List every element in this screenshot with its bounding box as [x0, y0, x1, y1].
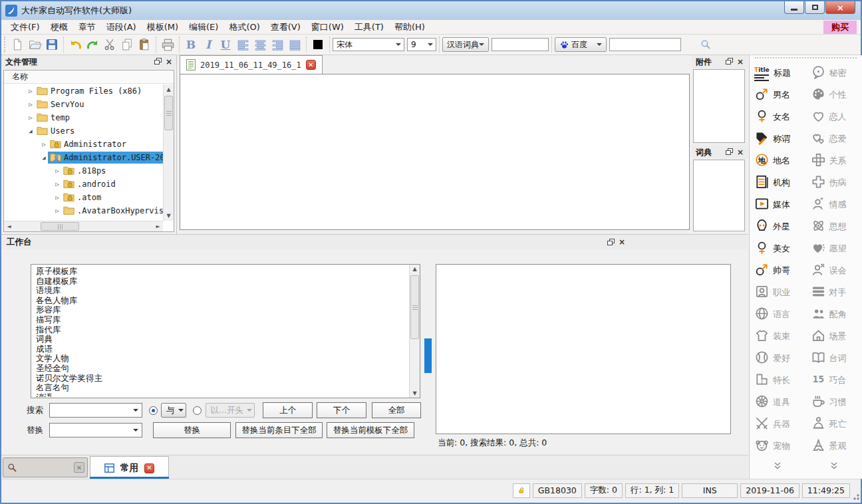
replace-button[interactable]: 替换	[153, 422, 231, 438]
copy-button[interactable]	[118, 36, 136, 53]
tree-item[interactable]: ▷Administrator	[4, 138, 163, 151]
library-list-item[interactable]: 语境库	[36, 286, 408, 296]
expand-icon[interactable]: ▷	[40, 141, 48, 148]
expand-icon[interactable]: ▷	[53, 207, 61, 214]
tree-item-body[interactable]: Administrator.USER-2019051	[48, 152, 163, 164]
element-button-play[interactable]: 媒体	[750, 193, 806, 215]
library-scrollbar[interactable]: ▲ ▼	[409, 265, 420, 398]
expand-icon[interactable]: ▷	[27, 88, 35, 94]
library-list-item[interactable]: 原子模板库	[36, 267, 408, 277]
element-button-female[interactable]: 美女	[750, 237, 806, 259]
element-button-male[interactable]: 男名	[750, 84, 806, 106]
tree-column-header[interactable]: 名称	[4, 70, 174, 84]
element-button-bell[interactable]: 死亡	[806, 413, 862, 435]
match-mode-radio[interactable]	[149, 406, 158, 415]
scroll-up-icon[interactable]: ▲	[164, 84, 174, 94]
library-list-item[interactable]: 诺贝尔文学奖得主	[36, 374, 408, 384]
starts-mode-select[interactable]: 以...开头	[206, 403, 255, 418]
close-tab-button[interactable]: ✕	[144, 463, 154, 473]
font-size-select[interactable]: 9	[407, 38, 436, 51]
dictionary-engine-select[interactable]: 汉语词典	[442, 37, 489, 52]
library-list-item[interactable]: 自建模板库	[36, 277, 408, 287]
menu-item-window[interactable]: 窗口(W)	[306, 20, 349, 35]
all-button[interactable]: 全部	[372, 402, 421, 418]
dictionary-query-input[interactable]	[492, 38, 549, 51]
save-button[interactable]	[43, 36, 61, 53]
expand-icon[interactable]: ▷	[53, 194, 61, 201]
menu-item-view[interactable]: 查看(V)	[265, 20, 306, 35]
minimize-button[interactable]	[784, 1, 804, 14]
close-button[interactable]: ×	[825, 1, 855, 14]
tree-item-body[interactable]: Users	[35, 125, 163, 137]
search-input[interactable]	[50, 404, 133, 416]
element-button-alien[interactable]: 外星	[750, 215, 806, 237]
element-button-tag[interactable]: 称谓	[750, 128, 806, 150]
scrollbar-thumb[interactable]	[164, 96, 173, 130]
tree-item[interactable]: ▷Program Files (x86)	[4, 84, 163, 98]
menu-item-help[interactable]: 帮助(H)	[389, 20, 430, 35]
element-button-swords[interactable]: 兵器	[750, 413, 806, 435]
lock-status-cell[interactable]	[513, 483, 530, 498]
tree-item[interactable]: ▷.818ps	[4, 164, 163, 178]
web-search-button[interactable]	[700, 39, 712, 51]
scroll-down-indicator[interactable]	[806, 462, 862, 469]
replace-input[interactable]	[50, 424, 133, 436]
element-button-book[interactable]: 台词	[806, 347, 862, 369]
close-panel-button[interactable]: ×	[619, 239, 625, 245]
expand-icon[interactable]: ▷	[53, 168, 61, 174]
font-family-select[interactable]: 宋体	[333, 38, 404, 51]
tree-horizontal-scrollbar[interactable]: ◄ ►	[4, 221, 163, 231]
tree-item[interactable]: ▷ServYou	[4, 98, 163, 111]
scroll-right-icon[interactable]: ►	[153, 221, 163, 231]
menu-item-template[interactable]: 模板(M)	[142, 20, 184, 35]
bold-button[interactable]: B	[182, 36, 200, 53]
element-button-person-badge[interactable]: 职业	[750, 281, 806, 303]
tree-item[interactable]: ◢Administrator.USER-2019051	[4, 151, 163, 164]
element-button-female[interactable]: 女名	[750, 106, 806, 128]
tree-item-body[interactable]: Administrator	[48, 138, 163, 150]
library-list-item[interactable]: 文学人物	[36, 354, 408, 364]
title-bar[interactable]: 大作家自动写作软件(大师版) ×	[1, 1, 861, 20]
buy-button[interactable]: 购买	[823, 21, 857, 34]
scroll-down-icon[interactable]: ▼	[164, 211, 174, 221]
web-search-engine-select[interactable]: 百度	[555, 37, 607, 52]
scroll-down-icon[interactable]: ▼	[410, 390, 420, 396]
attachments-list[interactable]	[693, 69, 745, 143]
tree-item-body[interactable]: temp	[35, 112, 163, 124]
cut-button[interactable]	[101, 36, 118, 53]
splitter-handle[interactable]	[424, 338, 432, 373]
quick-search-box[interactable]: ✕	[3, 457, 88, 477]
web-search-input[interactable]	[609, 38, 681, 51]
float-panel-button[interactable]	[726, 57, 733, 66]
paste-button[interactable]	[136, 36, 153, 53]
element-button-bars[interactable]: 对手	[806, 281, 862, 303]
close-tab-button[interactable]: ✕	[306, 60, 316, 70]
menu-item-paragraph[interactable]: 语段(A)	[101, 20, 142, 35]
italic-button[interactable]: I	[200, 36, 217, 53]
expand-icon[interactable]: ▷	[27, 101, 35, 108]
tree-item[interactable]: ◢Users	[4, 124, 163, 138]
library-list-item[interactable]: 形容库	[36, 305, 408, 315]
toolbar-handle[interactable]	[4, 37, 7, 53]
element-button-tower[interactable]: 景观	[806, 435, 862, 457]
preview-box[interactable]	[436, 264, 731, 434]
element-button-male[interactable]: 帅哥	[750, 259, 806, 281]
replace-combo[interactable]	[49, 423, 142, 438]
tree-item-body[interactable]: Program Files (x86)	[35, 85, 163, 97]
close-panel-button[interactable]: ×	[166, 59, 172, 65]
underline-button[interactable]: U	[217, 36, 234, 53]
element-button-people[interactable]: 配角	[806, 303, 862, 325]
element-button-cross[interactable]: 伤病	[806, 172, 862, 193]
element-button-bubble[interactable]: 秘密	[806, 62, 862, 84]
tree-item-body[interactable]: .AvatarBoxHypervisorGl	[61, 205, 163, 217]
tree-item[interactable]: ▷.atom	[4, 191, 163, 204]
element-button-hearts[interactable]: 恋爱	[806, 128, 862, 150]
element-button-person-x[interactable]: 误会	[806, 259, 862, 281]
resize-grip[interactable]	[851, 492, 859, 500]
collapse-icon[interactable]: ◢	[40, 154, 48, 161]
tree-item[interactable]: ▷temp	[4, 111, 163, 124]
library-list-item[interactable]: 各色人物库	[36, 296, 408, 306]
library-list-item[interactable]: 名言名句	[36, 383, 408, 393]
element-button-blocks[interactable]: 特长	[750, 369, 806, 391]
library-list-item[interactable]: 描写库	[36, 315, 408, 325]
